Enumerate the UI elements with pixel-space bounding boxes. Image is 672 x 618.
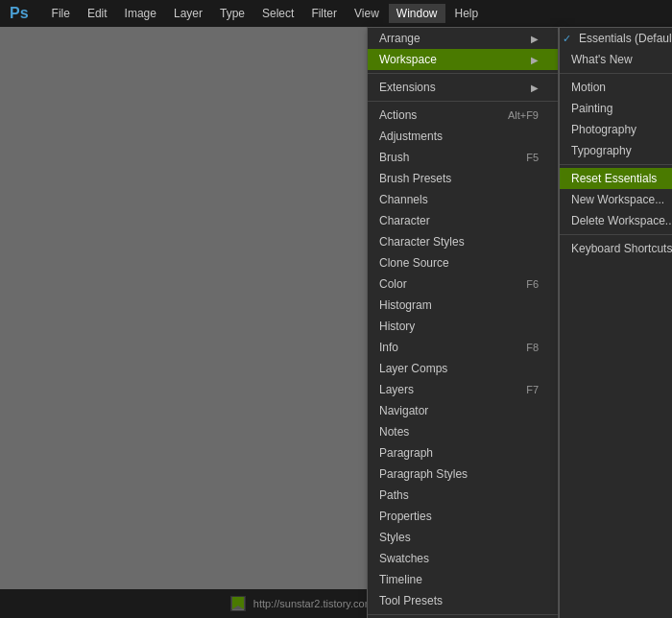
menu-window[interactable]: Window bbox=[389, 4, 445, 23]
menu-item-histogram[interactable]: Histogram bbox=[368, 295, 558, 316]
menu-item-paragraph[interactable]: Paragraph bbox=[368, 442, 558, 464]
workspace-item-painting[interactable]: Painting bbox=[560, 98, 672, 119]
menu-item-clone-source[interactable]: Clone Source bbox=[368, 252, 558, 273]
divider bbox=[368, 614, 558, 615]
workspace-item-keyboard-shortcuts[interactable]: Keyboard Shortcuts & Menus... bbox=[560, 238, 672, 259]
menu-item-paragraph-styles[interactable]: Paragraph Styles bbox=[368, 464, 558, 485]
menu-help[interactable]: Help bbox=[447, 4, 487, 23]
workspace-item-essentials[interactable]: ✓ Essentials (Default) bbox=[560, 28, 672, 49]
menu-item-navigator[interactable]: Navigator bbox=[368, 400, 558, 421]
divider bbox=[368, 101, 558, 102]
menu-layer[interactable]: Layer bbox=[166, 4, 210, 23]
arrow-icon: ▶ bbox=[531, 83, 539, 93]
menu-select[interactable]: Select bbox=[254, 4, 301, 23]
workspace-item-motion[interactable]: Motion bbox=[560, 77, 672, 98]
menu-item-info[interactable]: Info F8 bbox=[368, 337, 558, 358]
menu-file[interactable]: File bbox=[44, 4, 78, 23]
menu-item-notes[interactable]: Notes bbox=[368, 421, 558, 442]
menu-item-actions[interactable]: Actions Alt+F9 bbox=[368, 105, 558, 126]
workspace-item-whats-new[interactable]: What's New bbox=[560, 49, 672, 70]
menu-view[interactable]: View bbox=[347, 4, 387, 23]
workspace-item-photography[interactable]: Photography bbox=[560, 119, 672, 140]
menu-item-arrange[interactable]: Arrange ▶ bbox=[368, 28, 558, 49]
window-menu: Arrange ▶ Workspace ▶ Extensions ▶ Actio… bbox=[367, 27, 559, 618]
status-url: http://sunstar2.tistory.com bbox=[253, 598, 373, 609]
divider bbox=[560, 164, 672, 165]
menu-item-styles[interactable]: Styles bbox=[368, 527, 558, 548]
menu-item-timeline[interactable]: Timeline bbox=[368, 569, 558, 590]
workspace-item-reset-essentials[interactable]: Reset Essentials bbox=[560, 168, 672, 189]
menu-image[interactable]: Image bbox=[117, 4, 164, 23]
menu-item-character-styles[interactable]: Character Styles bbox=[368, 231, 558, 252]
menu-item-channels[interactable]: Channels bbox=[368, 189, 558, 210]
status-icon bbox=[230, 596, 246, 611]
divider bbox=[560, 234, 672, 235]
menu-item-swatches[interactable]: Swatches bbox=[368, 548, 558, 569]
menu-item-character[interactable]: Character bbox=[368, 210, 558, 231]
menu-filter[interactable]: Filter bbox=[303, 4, 345, 23]
menu-item-brush[interactable]: Brush F5 bbox=[368, 147, 558, 168]
menu-item-tool-presets[interactable]: Tool Presets bbox=[368, 590, 558, 611]
menu-item-workspace[interactable]: Workspace ▶ bbox=[368, 49, 558, 70]
menu-edit[interactable]: Edit bbox=[80, 4, 115, 23]
menu-item-extensions[interactable]: Extensions ▶ bbox=[368, 77, 558, 98]
menu-type[interactable]: Type bbox=[212, 4, 252, 23]
menu-item-layer-comps[interactable]: Layer Comps bbox=[368, 358, 558, 379]
menu-item-properties[interactable]: Properties bbox=[368, 506, 558, 527]
menu-item-adjustments[interactable]: Adjustments bbox=[368, 126, 558, 147]
menu-item-layers[interactable]: Layers F7 bbox=[368, 379, 558, 400]
menu-item-color[interactable]: Color F6 bbox=[368, 273, 558, 295]
divider bbox=[368, 73, 558, 74]
menu-item-history[interactable]: History bbox=[368, 316, 558, 337]
arrow-icon: ▶ bbox=[531, 55, 539, 65]
dropdown-container: Arrange ▶ Workspace ▶ Extensions ▶ Actio… bbox=[367, 27, 672, 618]
workspace-item-delete-workspace[interactable]: Delete Workspace... bbox=[560, 210, 672, 231]
menubar: Ps File Edit Image Layer Type Select Fil… bbox=[0, 0, 672, 27]
bookmark-icon bbox=[231, 597, 245, 610]
menu-item-paths[interactable]: Paths bbox=[368, 485, 558, 506]
workspace-submenu: ✓ Essentials (Default) What's New Motion… bbox=[559, 27, 672, 618]
workspace-item-new-workspace[interactable]: New Workspace... bbox=[560, 189, 672, 210]
arrow-icon: ▶ bbox=[531, 34, 539, 44]
divider bbox=[560, 73, 672, 74]
workspace-item-typography[interactable]: Typography bbox=[560, 140, 672, 161]
checkmark-icon: ✓ bbox=[563, 33, 571, 45]
menu-item-brush-presets[interactable]: Brush Presets bbox=[368, 168, 558, 189]
app-logo: Ps bbox=[4, 5, 35, 22]
